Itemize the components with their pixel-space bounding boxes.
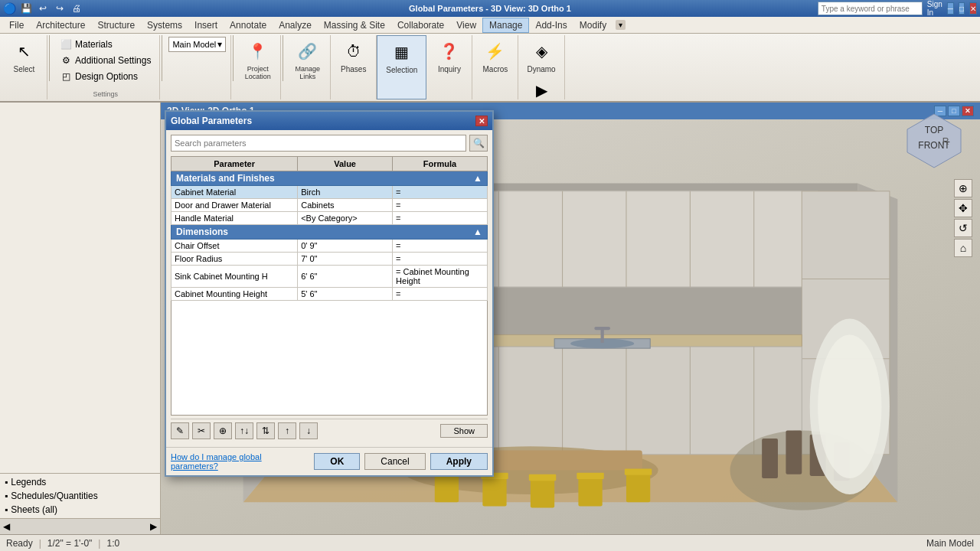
app-icon: 🔵 — [3, 2, 16, 15]
sidebar-scroll-right[interactable]: ▶ — [150, 521, 157, 532]
param-row-cabinet-material[interactable]: Cabinet Material = — [172, 186, 488, 199]
additional-settings-icon: ⚙ — [60, 54, 72, 67]
ribbon-group-select: ↖ Select — [2, 35, 47, 99]
design-options-btn[interactable]: ◰ Design Options — [56, 69, 155, 84]
group-params-btn[interactable]: ↑ — [278, 422, 296, 439]
cancel-btn[interactable]: Cancel — [364, 453, 425, 470]
param-cabinet-material-formula: = — [393, 186, 488, 199]
param-handle-material-label: Handle Material — [172, 212, 298, 225]
params-search-input[interactable] — [171, 135, 466, 152]
dynamo-player-btn[interactable]: ▶ DynamoPlayer — [524, 76, 558, 103]
sidebar-label-schedules: Schedules/Quantities — [11, 491, 97, 501]
sidebar-scroll-left[interactable]: ◀ — [3, 521, 10, 532]
status-scale: 1/2" = 1'-0" — [47, 538, 93, 549]
inquiry-btn[interactable]: ❓ Inquiry — [433, 37, 466, 76]
param-row-floor-radius[interactable]: Floor Radius 7' 0" = — [172, 253, 488, 266]
qat-print[interactable]: 🖨 — [70, 2, 83, 15]
status-zoom: 1:0 — [106, 538, 119, 549]
status-separator2: | — [98, 538, 100, 549]
manage-links-icon: 🔗 — [296, 39, 320, 64]
dynamo-btn[interactable]: ◈ Dynamo — [523, 37, 559, 76]
separator-3 — [233, 35, 234, 81]
sidebar-item-schedules[interactable]: ▪ Schedules/Quantities — [0, 489, 160, 503]
maximize-btn[interactable]: □ — [959, 2, 965, 15]
col-header-parameter: Parameter — [172, 157, 298, 171]
param-row-sink-cabinet[interactable]: Sink Cabinet Mounting H 6' 6" = Cabinet … — [172, 266, 488, 288]
param-floor-radius-formula: = — [393, 253, 488, 266]
svg-rect-44 — [762, 439, 778, 478]
status-ready: Ready — [6, 538, 33, 549]
global-params-dialog[interactable]: Global Parameters ✕ 🔍 — [165, 110, 494, 477]
collapse-dimensions-btn[interactable]: ▲ — [473, 227, 482, 237]
qat-redo[interactable]: ↪ — [53, 2, 67, 15]
apply-btn[interactable]: Apply — [430, 453, 488, 470]
dialog-close-btn[interactable]: ✕ — [475, 116, 488, 126]
manage-links-btn[interactable]: 🔗 ManageLinks — [292, 37, 325, 83]
viewcube[interactable]: TOP FRONT R — [903, 110, 965, 171]
param-row-door-material[interactable]: Door and Drawer Material Cabinets = — [172, 199, 488, 212]
menu-systems[interactable]: Systems — [141, 18, 188, 32]
svg-rect-45 — [786, 431, 802, 474]
menu-manage[interactable]: Manage — [482, 18, 529, 33]
view-area: 3D View: 3D Ortho 1 ─ □ ✕ — [161, 103, 980, 534]
settings-col: ⬜ Materials ⚙ Additional Settings ◰ Desi… — [56, 37, 155, 84]
param-cabinet-mounting-label: Cabinet Mounting Height — [172, 288, 298, 301]
qat-undo[interactable]: ↩ — [36, 2, 50, 15]
svg-text:R: R — [942, 136, 949, 147]
menu-structure[interactable]: Structure — [91, 18, 141, 32]
qat-save[interactable]: 💾 — [19, 2, 33, 15]
sidebar-item-legends[interactable]: ▪ Legends — [0, 475, 160, 489]
menu-analyze[interactable]: Analyze — [273, 18, 318, 32]
menu-addins[interactable]: Add-Ins — [529, 18, 573, 32]
sort-params-btn[interactable]: ⇅ — [256, 422, 275, 439]
nav-home-btn[interactable]: ⌂ — [954, 239, 972, 257]
cabinet-material-input[interactable] — [301, 187, 389, 197]
param-cabinet-material-value[interactable] — [298, 186, 393, 199]
menu-architecture[interactable]: Architecture — [30, 18, 91, 32]
menu-annotate[interactable]: Annotate — [224, 18, 273, 32]
ok-btn[interactable]: OK — [314, 453, 360, 470]
show-btn[interactable]: Show — [440, 424, 488, 438]
ribbon-group-selection: ▦ Selection — [377, 35, 426, 99]
selection-btn[interactable]: ▦ Selection — [382, 37, 421, 77]
menu-insert[interactable]: Insert — [188, 18, 224, 32]
param-cabinet-material-label: Cabinet Material — [172, 186, 298, 199]
collapse-materials-btn[interactable]: ▲ — [473, 173, 482, 184]
help-link[interactable]: How do I manage global parameters? — [171, 452, 309, 471]
materials-label: Materials — [75, 39, 113, 50]
params-search-btn[interactable]: 🔍 — [469, 135, 488, 152]
param-row-handle-material[interactable]: Handle Material <By Category> = — [172, 212, 488, 225]
main-model-dropdown[interactable]: Main Model ▾ — [168, 37, 226, 52]
menu-bar: File Architecture Structure Systems Inse… — [0, 17, 980, 34]
window-close-btn[interactable]: ✕ — [969, 2, 977, 15]
ribbon-group-mainmodel: Main Model ▾ — [164, 35, 231, 99]
param-row-chair-offset[interactable]: Chair Offset 0' 9" = — [172, 240, 488, 253]
sidebar-item-sheets[interactable]: ▪ Sheets (all) — [0, 503, 160, 517]
dialog-toolbar: ✎ ✂ ⊕ ↑↓ ⇅ ↑ ↓ Show — [171, 419, 488, 442]
param-row-cabinet-mounting[interactable]: Cabinet Mounting Height 5' 6" = — [172, 288, 488, 301]
nav-pan-btn[interactable]: ✥ — [954, 199, 972, 217]
menu-massing[interactable]: Massing & Site — [318, 18, 391, 32]
menu-file[interactable]: File — [3, 18, 30, 32]
nav-orbit-btn[interactable]: ↺ — [954, 219, 972, 237]
materials-btn[interactable]: ⬜ Materials — [56, 37, 155, 52]
window-title: Global Parameters - 3D View: 3D Ortho 1 — [156, 4, 824, 13]
project-location-btn[interactable]: 📍 ProjectLocation — [241, 37, 275, 83]
move-up-btn[interactable]: ↑↓ — [235, 422, 253, 439]
ungroup-params-btn[interactable]: ↓ — [299, 422, 318, 439]
macros-btn[interactable]: ⚡ Macros — [479, 37, 512, 76]
edit-param-btn[interactable]: ✎ — [171, 422, 189, 439]
param-chair-offset-value: 0' 9" — [298, 240, 393, 253]
phases-btn[interactable]: ⏱ Phases — [337, 37, 370, 76]
minimize-btn[interactable]: ─ — [947, 2, 954, 15]
nav-zoom-btn[interactable]: ⊕ — [954, 179, 972, 197]
delete-param-btn[interactable]: ✂ — [192, 422, 211, 439]
search-input[interactable] — [818, 2, 923, 15]
select-btn[interactable]: ↖ Select — [8, 37, 41, 76]
sign-in-btn[interactable]: Sign In — [927, 0, 942, 17]
menu-collaborate[interactable]: Collaborate — [391, 18, 450, 32]
menu-view[interactable]: View — [450, 18, 482, 32]
menu-modify[interactable]: Modify — [573, 18, 612, 32]
additional-settings-btn[interactable]: ⚙ Additional Settings — [56, 53, 155, 68]
add-param-btn[interactable]: ⊕ — [214, 422, 232, 439]
